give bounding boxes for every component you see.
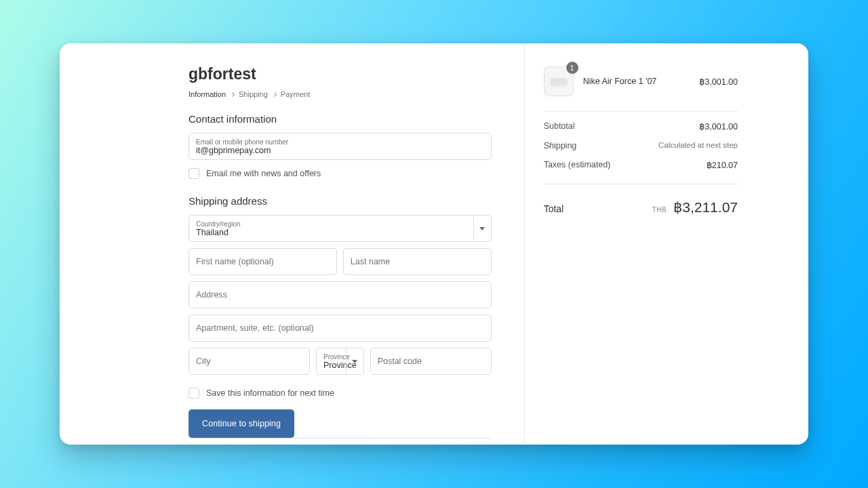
city-input[interactable] bbox=[196, 357, 302, 366]
taxes-value: ฿210.07 bbox=[707, 160, 738, 170]
news-offers-checkbox[interactable] bbox=[189, 168, 199, 179]
product-name: Nike Air Force 1 '07 bbox=[583, 77, 690, 86]
subtotal-label: Subtotal bbox=[544, 121, 575, 131]
cart-item: 1 Nike Air Force 1 '07 ฿3,001.00 bbox=[544, 66, 738, 111]
address2-field[interactable] bbox=[189, 314, 492, 342]
product-thumbnail: 1 bbox=[544, 66, 574, 96]
chevron-right-icon bbox=[230, 92, 235, 96]
chevron-down-icon bbox=[346, 348, 363, 374]
save-info-label: Save this information for next time bbox=[206, 388, 334, 398]
last-name-input[interactable] bbox=[351, 257, 484, 266]
subtotal-row: Subtotal ฿3,001.00 bbox=[544, 121, 738, 131]
footer: All rights reserved gbfortest bbox=[189, 438, 492, 445]
subtotal-value: ฿3,001.00 bbox=[699, 121, 738, 131]
shipping-heading: Shipping address bbox=[189, 195, 492, 207]
address-input[interactable] bbox=[196, 290, 484, 300]
shipping-label: Shipping bbox=[544, 141, 577, 150]
country-label: Country/region bbox=[196, 220, 484, 228]
city-field[interactable] bbox=[189, 348, 310, 375]
postal-input[interactable] bbox=[378, 357, 484, 366]
news-offers-row[interactable]: Email me with news and offers bbox=[189, 168, 492, 179]
address2-input[interactable] bbox=[196, 323, 484, 333]
email-input[interactable] bbox=[196, 146, 484, 155]
checkout-card: gbfortest Information Shipping Payment C… bbox=[60, 43, 808, 445]
chevron-right-icon bbox=[272, 92, 277, 96]
save-info-checkbox[interactable] bbox=[189, 388, 199, 399]
divider bbox=[544, 184, 738, 184]
taxes-row: Taxes (estimated) ฿210.07 bbox=[544, 160, 738, 170]
last-name-field[interactable] bbox=[343, 248, 492, 275]
breadcrumb-payment[interactable]: Payment bbox=[281, 90, 310, 98]
first-name-input[interactable] bbox=[196, 257, 330, 266]
breadcrumb-shipping[interactable]: Shipping bbox=[239, 90, 268, 98]
breadcrumb: Information Shipping Payment bbox=[189, 90, 492, 98]
summary-pane: 1 Nike Air Force 1 '07 ฿3,001.00 Subtota… bbox=[524, 43, 808, 445]
country-value: Thailand bbox=[196, 228, 484, 237]
currency-code: THB bbox=[652, 206, 667, 214]
shoe-icon bbox=[550, 78, 568, 85]
province-select[interactable]: Province Province bbox=[316, 348, 364, 375]
divider bbox=[544, 111, 738, 112]
save-info-row[interactable]: Save this information for next time bbox=[189, 388, 492, 399]
breadcrumb-information[interactable]: Information bbox=[189, 90, 226, 98]
total-row: Total THB ฿3,211.07 bbox=[544, 199, 738, 216]
chevron-down-icon bbox=[473, 216, 491, 241]
first-name-field[interactable] bbox=[189, 248, 337, 275]
total-label: Total bbox=[544, 203, 564, 214]
store-name: gbfortest bbox=[189, 65, 492, 83]
taxes-label: Taxes (estimated) bbox=[544, 160, 611, 170]
shipping-row: Shipping Calculated at next step bbox=[544, 141, 738, 150]
continue-button[interactable]: Continue to shipping bbox=[189, 409, 294, 438]
address-field[interactable] bbox=[189, 281, 492, 308]
country-select[interactable]: Country/region Thailand bbox=[189, 215, 492, 242]
qty-badge: 1 bbox=[566, 62, 578, 74]
email-label: Email or mobile phone number bbox=[196, 138, 484, 146]
product-price: ฿3,001.00 bbox=[699, 77, 738, 87]
contact-heading: Contact information bbox=[189, 113, 492, 125]
shipping-value: Calculated at next step bbox=[658, 141, 738, 150]
email-field[interactable]: Email or mobile phone number bbox=[189, 133, 492, 160]
news-offers-label: Email me with news and offers bbox=[206, 169, 321, 178]
total-amount: ฿3,211.07 bbox=[673, 199, 738, 216]
postal-field[interactable] bbox=[370, 348, 492, 375]
form-pane: gbfortest Information Shipping Payment C… bbox=[60, 43, 524, 445]
